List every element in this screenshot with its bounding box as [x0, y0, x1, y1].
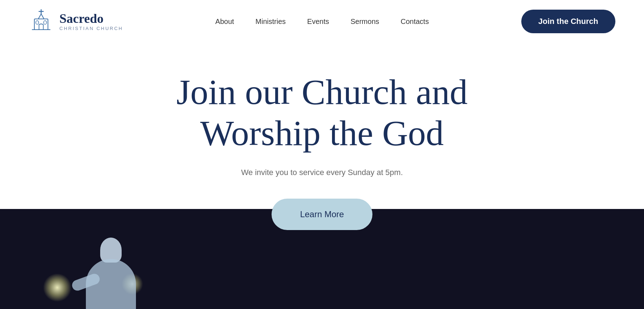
main-nav: About Ministries Events Sermons Contacts — [215, 18, 429, 26]
logo[interactable]: Sacredo CHRISTIAN CHURCH — [29, 9, 123, 34]
nav-events[interactable]: Events — [307, 18, 329, 26]
nav-ministries[interactable]: Ministries — [255, 18, 286, 26]
svg-marker-2 — [38, 14, 44, 19]
logo-subtitle: CHRISTIAN CHURCH — [59, 26, 123, 31]
hero-subtitle: We invite you to service every Sunday at… — [241, 168, 403, 177]
hero-title: Join our Church and Worship the God — [176, 71, 468, 154]
svg-rect-5 — [44, 21, 47, 24]
logo-name: Sacredo — [59, 12, 123, 26]
logo-text: Sacredo CHRISTIAN CHURCH — [59, 12, 123, 31]
join-church-button[interactable]: Join the Church — [521, 10, 615, 33]
svg-rect-4 — [36, 21, 39, 24]
nav-sermons[interactable]: Sermons — [351, 18, 379, 26]
church-icon — [29, 9, 54, 34]
hero-title-line2: Worship the God — [200, 113, 444, 153]
hero-title-line1: Join our Church and — [176, 72, 468, 112]
hero-section: Join our Church and Worship the God We i… — [0, 43, 644, 309]
header: Sacredo CHRISTIAN CHURCH About Ministrie… — [0, 0, 644, 43]
nav-about[interactable]: About — [215, 18, 234, 26]
stage-light-left — [43, 273, 72, 302]
person-body — [86, 259, 136, 309]
nav-contacts[interactable]: Contacts — [401, 18, 429, 26]
person-figure — [72, 223, 179, 309]
learn-more-button[interactable]: Learn More — [272, 199, 373, 230]
